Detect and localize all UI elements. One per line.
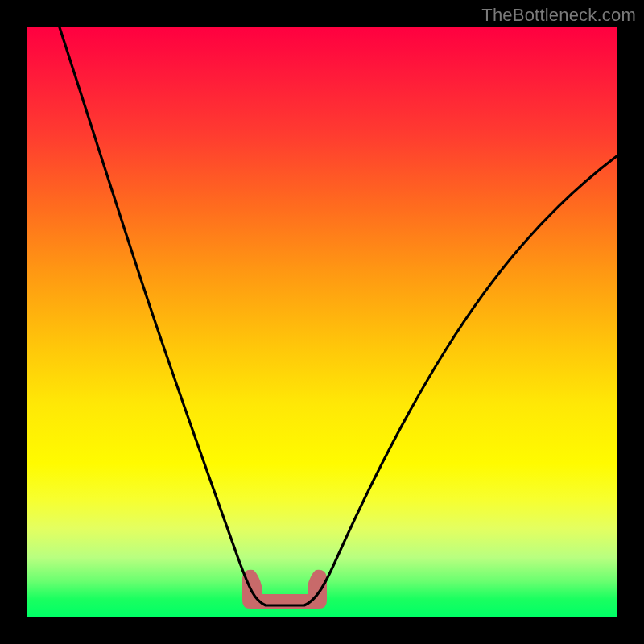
plot-area xyxy=(27,27,617,617)
curve-layer xyxy=(27,27,617,617)
optimal-range-marker xyxy=(244,572,325,607)
bottleneck-curve xyxy=(58,27,617,605)
watermark-text: TheBottleneck.com xyxy=(481,5,636,26)
chart-frame: TheBottleneck.com xyxy=(0,0,644,644)
